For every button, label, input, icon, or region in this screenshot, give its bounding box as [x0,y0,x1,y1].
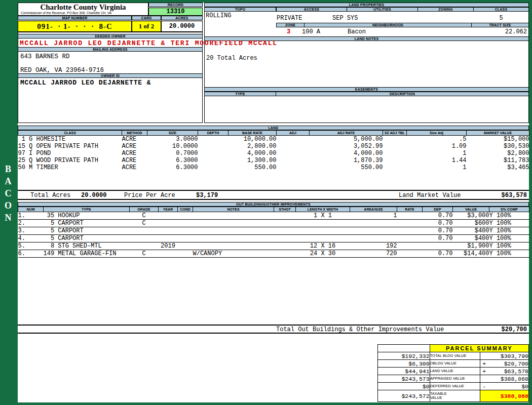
out-buildings-header: NUM TYPE GRADE YEAR COND NOTES STHGT LEN… [18,207,529,212]
ob-cell-year [159,250,178,258]
land-cell-size: 10.0000 [147,143,198,150]
land-cell-adj [277,150,310,157]
land-cell-market-value: $11,783 [467,157,529,164]
ob-cell-s-comp: Y 100% [489,220,529,227]
ob-cell-value: $3,000 [453,212,489,220]
land-market-value-label: Land Market Value [399,192,461,199]
acres-label: ACRES [161,16,203,20]
ob-cell-rate [397,242,423,250]
ob-col-value: VALUE [453,207,489,212]
ob-cell-year: 2019 [159,242,178,250]
ob-cell-s-comp: Y 100% [489,250,529,258]
ob-cell-type: 149 METAL GARAGE-FIN [44,250,130,258]
ob-cell-area-size [350,227,397,235]
class-label: CLASS [473,7,529,12]
ob-cell-num: 1. [18,212,44,220]
land-cell-market-value: $15,000 [467,136,529,143]
deeded-owner-label: DEEDED OWNER [18,34,203,38]
land-cell-sz-adj-tbl [383,143,407,150]
zone-label: ZONE [276,23,305,27]
owner-id-value: MCCALL JARROD LEO DEJARNETTE & [20,79,151,87]
ob-cell-dep: 0.70 [423,220,453,227]
out-buildings-table: NUM TYPE GRADE YEAR COND NOTES STHGT LEN… [18,207,529,258]
tract-size-value: 22.062 [472,28,527,35]
address-line1: 643 BARNES RD [20,53,70,60]
land-cell-adj [277,164,310,171]
ob-cell-dep: 0.70 [423,250,453,258]
summary-sign: - [482,383,486,390]
address-line2: RED OAK, VA 23964-9716 [20,67,104,74]
land-cell-size-adj: 1.44 [407,157,467,164]
ob-cell-grade [130,235,159,242]
ob-col-dep: DEP [423,207,453,212]
land-cell-method: ACRE [122,143,147,150]
land-cell-market-value: $2,800 [467,150,529,157]
parcel-summary-header-row: PARCEL SUMMARY [378,345,529,352]
ob-col-length-width: LENGTH X WIDTH [296,207,350,212]
ob-col-cond: COND [178,207,193,212]
ob-col-type: TYPE [44,207,130,212]
ob-cell-cond [178,220,193,227]
summary-amount: $388,068 [501,376,528,382]
ob-cell-grade: C [130,212,159,220]
summary-amount: $63,578 [504,368,528,375]
ob-cell-grade [130,227,159,235]
land-col-base-rate: BASE RATE [229,131,277,136]
ob-cell-type: 5 CARPORT [44,220,130,227]
county-name: Charlotte County Virginia [18,3,148,11]
neighborhood-vertical-label: BACON [4,163,13,224]
taxable-prior-value: $243,572 [378,390,430,402]
land-table-header: CLASS METHOD SIZE DEPTH BASE RATE ADJ AD… [18,131,529,136]
land-properties-section-label: LAND PROPERTIES [204,3,529,7]
ob-cell-cond [178,227,193,235]
parcel-summary-row: $192,332 TOTAL BLDG VALUE $303,790 [378,352,529,360]
land-cell-base-rate: 550.00 [229,164,277,171]
land-cell-size-adj: 1 [407,164,467,171]
ob-cell-notes [193,242,274,250]
land-cell-method: ACRE [122,150,147,157]
ob-col-rate: RATE [397,207,423,212]
summary-current-value: $388,068 [480,375,529,383]
ob-col-sthgt: STHGT [274,207,296,212]
ob-cell-value: $400 [453,227,489,235]
land-col-sz-adj-tbl: SZ ADJ TBL [383,131,407,136]
taxable-value-amount: $388,068 [480,390,529,402]
ob-cell-sthgt [274,220,296,227]
land-table: CLASS METHOD SIZE DEPTH BASE RATE ADJ AD… [18,130,529,171]
land-properties-box: LAND PROPERTIES TOPO ACCESS UTILITIES ZO… [204,3,529,123]
land-cell-base-rate: 4,000.00 [229,150,277,157]
land-cell-adj-rate: 4,000.00 [310,150,383,157]
county-header: Charlotte County Virginia Commissioner o… [18,3,148,16]
parcel-summary-title: PARCEL SUMMARY [430,345,528,352]
land-cell-size: 0.7000 [147,150,198,157]
land-cell-size: 6.3000 [147,157,198,164]
zone-area-value: 100 A [302,28,320,35]
ob-cell-value: $400 [453,235,489,242]
zoning-label: ZONING [417,7,474,12]
acres-value: 20.0000 [161,21,203,32]
map-number-label: MAP NUMBER [18,16,132,20]
land-cell-base-rate: 1,300.00 [229,157,277,164]
ob-cell-rate [397,250,423,258]
total-acres-label: Total Acres [30,192,70,199]
ob-cell-year [159,220,178,227]
ob-cell-type: 8 STG SHED-MTL [44,242,130,250]
summary-amount: $303,790 [501,353,528,359]
land-cell-sz-adj-tbl [383,150,407,157]
ob-cell-value: $600 [453,220,489,227]
ob-cell-length-width [296,220,350,227]
land-col-class: CLASS [18,131,122,136]
ob-cell-sthgt [274,227,296,235]
ob-cell-s-comp: Y 100% [489,212,529,220]
land-cell-depth [198,164,229,171]
summary-current-value: -$0 [480,383,529,390]
land-cell-class: 15 Q OPEN PRIVATE PATH [18,143,122,150]
land-col-adj: ADJ [277,131,310,136]
land-notes-text: 20 Total Acres [206,55,257,62]
land-col-size-adj: Size Adj [407,131,467,136]
ob-col-grade: GRADE [130,207,159,212]
land-cell-market-value: $30,530 [467,143,529,150]
class-value: 5 [473,15,529,22]
ob-cell-notes [193,220,274,227]
out-building-row: 2. 5 CARPORT C 0.70 $600 Y 100% [18,220,529,227]
